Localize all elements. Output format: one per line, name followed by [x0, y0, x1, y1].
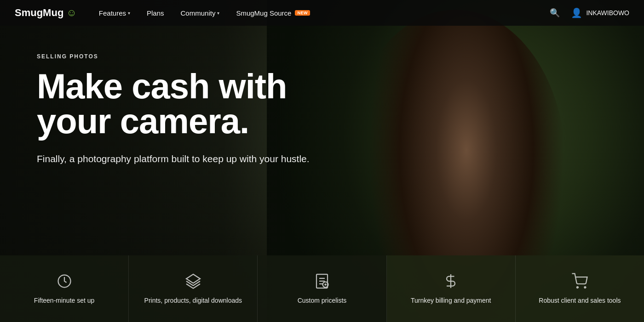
- nav-features[interactable]: Features ▾: [99, 9, 130, 17]
- logo-icon: ☺: [66, 7, 76, 19]
- nav-plans[interactable]: Plans: [147, 9, 164, 17]
- receipt-svg: [314, 273, 330, 289]
- feature-billing-label: Turnkey billing and payment: [411, 296, 491, 305]
- hero-subtitle: Finally, a photography platform built to…: [37, 152, 355, 166]
- chevron-down-icon: ▾: [128, 11, 130, 16]
- feature-billing: Turnkey billing and payment: [387, 255, 516, 322]
- nav-community[interactable]: Community ▾: [181, 9, 220, 17]
- hero-title: Make cash with your camera.: [37, 69, 355, 139]
- hero-section: SmugMug ☺ Features ▾ Plans Community ▾ S…: [0, 0, 644, 322]
- chevron-down-icon-community: ▾: [217, 11, 219, 16]
- layers-svg: [185, 273, 201, 289]
- nav-right: 🔍 👤 INKAWIBOWO: [550, 7, 629, 18]
- search-icon[interactable]: 🔍: [550, 8, 560, 18]
- cart-icon: [571, 273, 588, 292]
- svg-marker-1: [186, 274, 200, 283]
- main-nav: SmugMug ☺ Features ▾ Plans Community ▾ S…: [0, 0, 644, 26]
- svg-point-10: [577, 287, 578, 288]
- clock-svg: [56, 273, 73, 289]
- layers-icon: [185, 273, 201, 292]
- feature-pricelists: Custom pricelists: [258, 255, 386, 322]
- feature-tools: Robust client and sales tools: [516, 255, 644, 322]
- hero-content: SELLING PHOTOS Make cash with your camer…: [0, 26, 377, 166]
- feature-products-label: Prints, products, digital downloads: [144, 296, 242, 305]
- nav-links: Features ▾ Plans Community ▾ SmugMug Sou…: [99, 9, 550, 17]
- logo-text: SmugMug: [15, 7, 63, 19]
- feature-setup-label: Fifteen-minute set up: [34, 296, 95, 305]
- logo[interactable]: SmugMug ☺: [15, 7, 77, 19]
- dollar-svg: [443, 273, 459, 289]
- new-badge: NEW: [295, 10, 310, 16]
- nav-source[interactable]: SmugMug Source NEW: [236, 9, 310, 17]
- feature-products: Prints, products, digital downloads: [129, 255, 258, 322]
- user-icon: 👤: [571, 7, 582, 18]
- username: INKAWIBOWO: [586, 9, 629, 17]
- cart-svg: [571, 273, 588, 289]
- section-label: SELLING PHOTOS: [37, 53, 355, 60]
- receipt-icon: [314, 273, 330, 292]
- user-menu[interactable]: 👤 INKAWIBOWO: [571, 7, 629, 18]
- feature-tools-label: Robust client and sales tools: [539, 296, 621, 305]
- clock-icon: [56, 273, 73, 292]
- feature-bar: Fifteen-minute set up Prints, products, …: [0, 255, 644, 322]
- svg-point-11: [585, 287, 586, 288]
- feature-pricelists-label: Custom pricelists: [298, 296, 347, 305]
- dollar-icon: [443, 273, 459, 292]
- feature-setup: Fifteen-minute set up: [0, 255, 129, 322]
